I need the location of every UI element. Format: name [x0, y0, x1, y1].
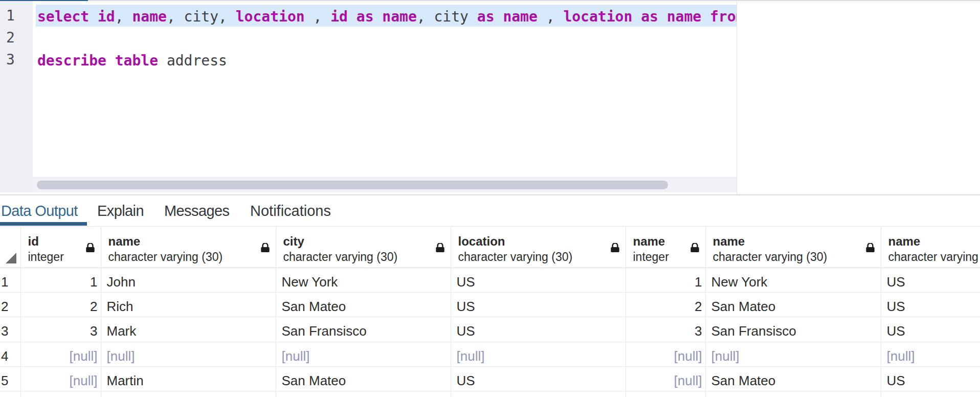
- sql-token: address: [167, 52, 227, 69]
- column-header-location[interactable]: locationcharacter varying (30): [451, 227, 626, 268]
- partial-cell: [276, 391, 451, 397]
- cell[interactable]: San Mateo: [705, 292, 881, 317]
- lock-icon: [866, 243, 875, 252]
- cell[interactable]: San Fransisco: [276, 317, 451, 342]
- cell[interactable]: 3: [626, 317, 705, 342]
- cell[interactable]: 1: [20, 268, 101, 292]
- column-type: character varying (30): [451, 249, 626, 264]
- select-all-corner[interactable]: [0, 227, 20, 268]
- sql-code[interactable]: select id, name, city, location , id as …: [37, 6, 737, 72]
- editor-hscrollbar-track[interactable]: [33, 177, 737, 192]
- sql-token: ,: [305, 8, 331, 25]
- column-header-city[interactable]: citycharacter varying (30): [276, 227, 451, 268]
- pane-top-border: [0, 0, 980, 1]
- cell[interactable]: US: [451, 268, 626, 292]
- null-value: [null]: [674, 348, 702, 364]
- partial-cell: [451, 391, 626, 397]
- cell[interactable]: [null]: [101, 342, 276, 366]
- cell[interactable]: 3: [20, 317, 101, 342]
- cell[interactable]: [null]: [626, 366, 705, 391]
- column-name: name: [101, 229, 276, 249]
- cell[interactable]: [null]: [276, 342, 451, 366]
- header-row: idintegernamecharacter varying (30)cityc…: [0, 227, 980, 268]
- sql-keyword: location: [236, 8, 305, 25]
- sql-keyword: location: [563, 8, 632, 25]
- cell[interactable]: New York: [276, 268, 451, 292]
- cell[interactable]: New York: [705, 268, 881, 292]
- partial-row: [0, 391, 980, 397]
- result-table: idintegernamecharacter varying (30)cityc…: [0, 227, 980, 397]
- null-value: [null]: [674, 373, 702, 388]
- active-tab-underline: [0, 222, 87, 226]
- code-line: describe table address: [37, 50, 737, 72]
- sql-keyword: describe: [37, 52, 106, 69]
- cell[interactable]: 1: [626, 268, 705, 292]
- sql-keyword: from: [710, 8, 737, 25]
- cell[interactable]: [null]: [20, 342, 101, 366]
- cell[interactable]: [null]: [20, 366, 101, 391]
- row-number[interactable]: 5: [0, 366, 20, 391]
- table-row: 4[null][null][null][null][null][null][nu…: [0, 342, 980, 366]
- cell[interactable]: Rich: [101, 292, 276, 317]
- partial-cell: [705, 391, 881, 397]
- cell[interactable]: San Mateo: [705, 366, 881, 391]
- column-name: name: [881, 229, 980, 249]
- cell[interactable]: San Mateo: [276, 366, 451, 391]
- cell[interactable]: [null]: [451, 342, 626, 366]
- sql-token: [158, 52, 167, 69]
- editor-hscrollbar-thumb[interactable]: [37, 181, 668, 189]
- tab-explain[interactable]: Explain: [97, 195, 144, 226]
- cell[interactable]: Mark: [101, 317, 276, 342]
- cell[interactable]: US: [451, 317, 626, 342]
- pgadmin-query-tool: 123 select id, name, city, location , id…: [0, 0, 980, 397]
- cell[interactable]: US: [451, 366, 626, 391]
- sql-keyword: id: [330, 8, 348, 25]
- line-number: 1: [0, 5, 26, 27]
- column-name: city: [276, 229, 451, 249]
- cell[interactable]: 2: [626, 292, 705, 317]
- null-value: [null]: [711, 348, 740, 364]
- column-header-name[interactable]: namecharacter varying: [881, 227, 980, 268]
- column-type: character varying: [881, 249, 980, 264]
- query-tab-indicator: [0, 0, 88, 1]
- cell[interactable]: John: [101, 268, 276, 292]
- table-row: 33MarkSan FransiscoUS3San FransiscoUS: [0, 317, 980, 342]
- column-header-name[interactable]: nameinteger: [626, 227, 705, 268]
- cell[interactable]: US: [451, 292, 626, 317]
- cell[interactable]: [null]: [881, 342, 980, 366]
- sql-editor[interactable]: 123 select id, name, city, location , id…: [0, 1, 737, 194]
- cell[interactable]: [null]: [705, 342, 881, 366]
- sql-keyword: select: [37, 8, 89, 25]
- sql-keyword: as: [641, 8, 658, 25]
- table-row: 5[null]MartinSan MateoUS[null]San MateoU…: [0, 366, 980, 391]
- cell[interactable]: 2: [20, 292, 101, 317]
- tab-messages[interactable]: Messages: [164, 195, 229, 226]
- line-number: 3: [0, 49, 26, 71]
- column-header-name[interactable]: namecharacter varying (30): [705, 227, 881, 268]
- cell[interactable]: San Fransisco: [705, 317, 881, 342]
- sql-keyword: name: [132, 8, 166, 25]
- table-row: 11JohnNew YorkUS1New YorkUS: [0, 268, 980, 292]
- tab-notifications[interactable]: Notifications: [250, 195, 331, 226]
- cell[interactable]: US: [881, 292, 980, 317]
- lock-icon: [691, 243, 699, 252]
- null-value: [null]: [457, 348, 485, 364]
- lock-icon: [86, 243, 95, 252]
- row-number[interactable]: 2: [0, 292, 20, 317]
- sql-keyword: as: [477, 8, 495, 25]
- results-tabbar: Data OutputExplainMessagesNotifications: [0, 194, 980, 226]
- cell[interactable]: San Mateo: [276, 292, 451, 317]
- cell[interactable]: US: [881, 268, 980, 292]
- row-number[interactable]: 1: [0, 268, 20, 292]
- row-number[interactable]: 4: [0, 342, 20, 366]
- sql-keyword: id: [98, 8, 115, 25]
- row-number[interactable]: 3: [0, 317, 20, 342]
- cell[interactable]: [null]: [626, 342, 705, 366]
- cell[interactable]: Martin: [101, 366, 276, 391]
- tab-data-output[interactable]: Data Output: [1, 195, 78, 226]
- column-header-id[interactable]: idinteger: [20, 227, 101, 268]
- cell[interactable]: US: [881, 317, 980, 342]
- cell[interactable]: US: [881, 366, 980, 391]
- null-value: [null]: [282, 348, 310, 364]
- column-header-name[interactable]: namecharacter varying (30): [101, 227, 276, 268]
